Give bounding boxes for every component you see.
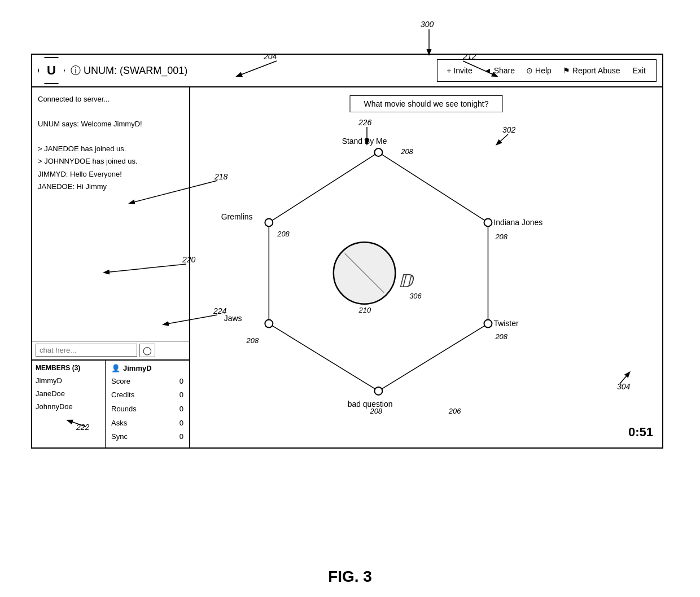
header-title-text: ⓘ UNUM: (SWARM_001) — [71, 64, 187, 77]
annotation-208-bad: 208 — [369, 407, 382, 415]
chat-input-row: ◯ — [32, 341, 189, 360]
list-item[interactable]: JohnnyDoe — [36, 400, 102, 413]
timer-value: 0:51 — [628, 425, 653, 439]
logo-hexagon: U — [38, 57, 65, 84]
header-actions-bar: + Invite ◄ Share ⊙ Help ⚑ Report Abuse E… — [437, 59, 657, 82]
option-label-twister: Twister — [493, 319, 518, 328]
hexagon-diagram: 𝔻 Stand By Me Indiana Jones Twister bad … — [190, 87, 662, 447]
chat-log: Connected to server... UNUM says: Welcom… — [32, 87, 189, 341]
svg-point-9 — [484, 218, 492, 226]
exit-label: Exit — [633, 66, 646, 75]
annotation-306: 306 — [409, 292, 422, 300]
stats-header: 👤 JimmyD — [111, 364, 183, 372]
stat-label: Score — [111, 375, 130, 389]
stat-value: 0 — [180, 388, 183, 402]
magnet-icon: 𝔻 — [398, 271, 415, 291]
person-icon: 👤 — [111, 364, 120, 372]
exit-button[interactable]: Exit — [628, 65, 650, 76]
stat-value: 0 — [180, 430, 183, 444]
stat-value: 0 — [180, 402, 183, 416]
figure-label: FIG. 3 — [328, 568, 372, 586]
svg-point-8 — [374, 148, 382, 156]
svg-line-0 — [378, 152, 488, 222]
header-bar: U ⓘ UNUM: (SWARM_001) + Invite ◄ Share ⊙… — [32, 55, 662, 87]
annotation-210: 210 — [358, 306, 371, 314]
report-label: Report Abuse — [572, 66, 620, 75]
svg-point-11 — [374, 387, 382, 395]
patent-page: U ⓘ UNUM: (SWARM_001) + Invite ◄ Share ⊙… — [0, 0, 700, 597]
logo-letter: U — [47, 63, 56, 78]
share-label: Share — [494, 66, 515, 75]
stat-row-rounds: Rounds 0 — [111, 402, 183, 416]
chat-message: UNUM says: Welcome JimmyD! — [38, 118, 183, 130]
diagram-area: What movie should we see tonight? — [190, 87, 662, 447]
invite-button[interactable]: + Invite — [443, 65, 476, 76]
list-item[interactable]: JimmyD — [36, 374, 102, 387]
stat-value: 0 — [180, 375, 183, 389]
stat-row-score: Score 0 — [111, 375, 183, 389]
members-header: MEMBERS (3) — [36, 364, 102, 372]
stat-row-asks: Asks 0 — [111, 416, 183, 431]
svg-point-13 — [265, 218, 273, 226]
ann-300: 300 — [421, 20, 434, 29]
chat-send-button[interactable]: ◯ — [139, 344, 155, 357]
timer-display: 0:51 — [628, 425, 653, 440]
header-title: ⓘ UNUM: (SWARM_001) — [71, 64, 187, 77]
annotation-208-jaws: 208 — [246, 336, 259, 345]
chat-message — [38, 130, 183, 143]
stat-label: Rounds — [111, 402, 137, 416]
stat-label: Asks — [111, 416, 127, 431]
svg-line-3 — [269, 324, 378, 391]
option-label-jaws: Jaws — [224, 314, 242, 323]
share-icon: ◄ — [484, 66, 492, 75]
svg-point-12 — [265, 320, 273, 328]
report-abuse-button[interactable]: ⚑ Report Abuse — [559, 65, 624, 76]
chat-message — [38, 106, 183, 118]
chat-message: Connected to server... — [38, 93, 183, 106]
help-button[interactable]: ⊙ Help — [523, 65, 555, 76]
selected-member-name: JimmyD — [123, 364, 152, 372]
chat-message: JIMMYD: Hello Everyone! — [38, 168, 183, 181]
stat-value: 0 — [180, 416, 183, 431]
ui-mockup: U ⓘ UNUM: (SWARM_001) + Invite ◄ Share ⊙… — [31, 54, 663, 449]
chat-input[interactable] — [36, 344, 137, 357]
chat-message: JANEDOE: Hi Jimmy — [38, 181, 183, 193]
annotation-208-gremlins: 208 — [277, 230, 290, 238]
option-label-stand-by-me: Stand By Me — [342, 137, 387, 146]
share-button[interactable]: ◄ Share — [480, 65, 518, 76]
svg-point-10 — [484, 320, 492, 328]
list-item[interactable]: JaneDoe — [36, 387, 102, 400]
plus-icon: + — [447, 66, 451, 75]
stat-label: Sync — [111, 430, 128, 444]
stat-row-sync: Sync 0 — [111, 430, 183, 444]
send-icon: ◯ — [143, 346, 152, 355]
stat-row-credits: Credits 0 — [111, 388, 183, 402]
chat-message: > JOHNNYDOE has joined us. — [38, 155, 183, 168]
stats-panel: 👤 JimmyD Score 0 Credits 0 Rounds — [106, 361, 189, 447]
help-icon: ⊙ — [526, 66, 533, 75]
figure-label-text: FIG. 3 — [328, 568, 372, 585]
flag-icon: ⚑ — [563, 66, 570, 75]
sidebar: Connected to server... UNUM says: Welcom… — [32, 87, 190, 447]
chat-message: > JANEDOE has joined us. — [38, 143, 183, 155]
annotation-208-indiana: 208 — [495, 232, 508, 241]
main-content: Connected to server... UNUM says: Welcom… — [32, 87, 662, 447]
option-label-gremlins: Gremlins — [221, 212, 253, 221]
invite-label: Invite — [453, 66, 472, 75]
annotation-208-twister: 208 — [495, 332, 508, 341]
svg-line-5 — [269, 152, 378, 222]
annotation-206: 206 — [448, 407, 461, 415]
members-list: MEMBERS (3) JimmyD JaneDoe JohnnyDoe — [32, 361, 106, 447]
annotation-208-standbyme: 208 — [400, 147, 413, 156]
stat-label: Credits — [111, 388, 134, 402]
svg-line-2 — [378, 324, 488, 391]
help-label: Help — [535, 66, 552, 75]
members-panel: MEMBERS (3) JimmyD JaneDoe JohnnyDoe 👤 J… — [32, 360, 189, 447]
option-label-indiana-jones: Indiana Jones — [493, 218, 542, 227]
